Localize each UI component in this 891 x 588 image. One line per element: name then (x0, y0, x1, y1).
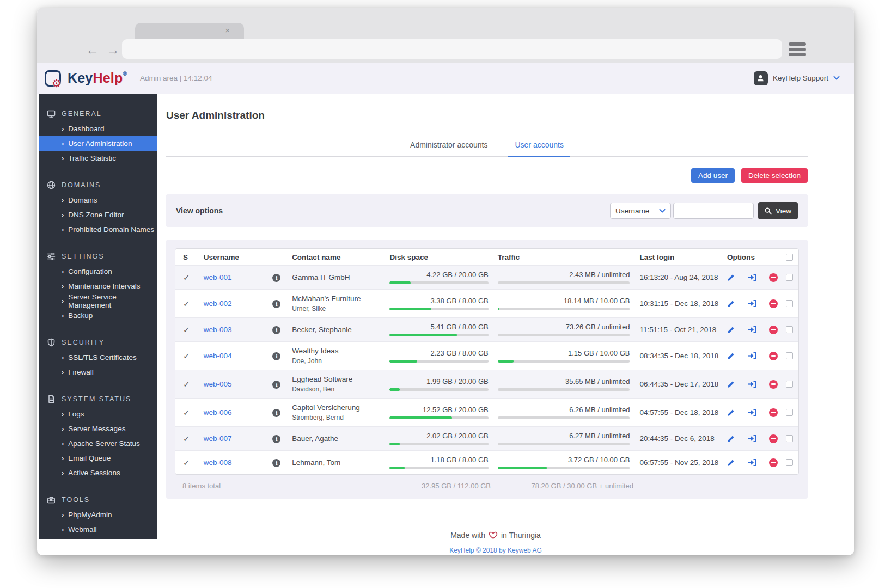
menu-icon[interactable] (789, 42, 806, 56)
edit-icon[interactable] (727, 434, 735, 443)
user-menu[interactable]: KeyHelp Support (754, 71, 840, 85)
add-user-button[interactable]: Add user (691, 168, 735, 183)
disable-user-icon[interactable] (769, 352, 778, 360)
select-all-checkbox[interactable] (786, 254, 793, 261)
sidebar-item-user-administration[interactable]: ›User Administration (39, 136, 157, 151)
sidebar-item-traffic-statistic[interactable]: ›Traffic Statistic (39, 151, 157, 166)
edit-icon[interactable] (727, 380, 735, 388)
sidebar-item-email-queue[interactable]: ›Email Queue (39, 451, 157, 465)
column-header-traffic[interactable]: Traffic (498, 253, 630, 261)
delete-selection-button[interactable]: Delete selection (741, 168, 808, 183)
row-checkbox[interactable] (786, 459, 793, 466)
info-icon[interactable]: i (272, 300, 280, 308)
row-checkbox[interactable] (786, 435, 793, 442)
close-icon[interactable]: × (225, 26, 230, 34)
row-checkbox[interactable] (786, 326, 793, 333)
disable-user-icon[interactable] (769, 299, 778, 308)
sidebar-item-backup[interactable]: ›Backup (39, 308, 157, 323)
search-input[interactable] (673, 203, 754, 219)
edit-icon[interactable] (727, 458, 735, 467)
edit-icon[interactable] (727, 299, 735, 308)
column-header-contact[interactable]: Contact name (292, 253, 389, 261)
sidebar-item-apache-server-status[interactable]: ›Apache Server Status (39, 436, 157, 451)
tab-administrator-accounts[interactable]: Administrator accounts (404, 140, 494, 157)
sidebar-item-phpmyadmin[interactable]: ›PhpMyAdmin (39, 507, 157, 522)
browser-tab[interactable]: × (135, 23, 244, 39)
username-link[interactable]: web-005 (204, 380, 232, 388)
chevron-right-icon: › (62, 425, 64, 433)
username-link[interactable]: web-008 (204, 458, 232, 467)
disable-user-icon[interactable] (769, 273, 778, 282)
sidebar-item-firewall[interactable]: ›Firewall (39, 365, 157, 379)
row-checkbox[interactable] (786, 352, 793, 359)
login-as-user-icon[interactable] (748, 273, 757, 281)
sidebar-item-logs[interactable]: ›Logs (39, 407, 157, 421)
edit-icon[interactable] (727, 326, 735, 334)
filter-select[interactable]: Username (610, 203, 671, 219)
sidebar-item-dashboard[interactable]: ›Dashboard (39, 121, 157, 136)
login-as-user-icon[interactable] (748, 352, 757, 360)
sidebar-item-server-service-management[interactable]: ›Server Service Management (39, 293, 157, 308)
sidebar-item-ssl-tls-certificates[interactable]: ›SSL/TLS Certificates (39, 350, 157, 365)
info-icon[interactable]: i (272, 435, 280, 443)
column-header-last-login[interactable]: Last login (639, 253, 721, 261)
tab-user-accounts[interactable]: User accounts (508, 140, 570, 157)
sidebar-item-configuration[interactable]: ›Configuration (39, 264, 157, 279)
username-link[interactable]: web-003 (204, 326, 232, 334)
disk-space-value: 1.99 GB / 20.00 GB (389, 377, 488, 385)
disable-user-icon[interactable] (769, 380, 778, 389)
column-header-username[interactable]: Username (204, 253, 273, 261)
url-bar[interactable] (122, 39, 782, 59)
column-header-s[interactable]: S (183, 253, 204, 261)
username-link[interactable]: web-006 (204, 408, 232, 416)
login-as-user-icon[interactable] (748, 408, 757, 416)
sidebar-item-server-messages[interactable]: ›Server Messages (39, 421, 157, 436)
forward-icon[interactable]: → (106, 41, 120, 58)
disable-user-icon[interactable] (769, 458, 778, 467)
row-checkbox[interactable] (786, 381, 793, 388)
sidebar-item-dns-zone-editor[interactable]: ›DNS Zone Editor (39, 207, 157, 222)
login-as-user-icon[interactable] (748, 326, 757, 334)
info-icon[interactable]: i (272, 381, 280, 389)
info-icon[interactable]: i (272, 459, 280, 467)
traffic-meter: 18.14 MB / 10.00 GB (498, 297, 630, 310)
disk-space-value: 2.23 GB / 8.00 GB (389, 349, 488, 357)
username-link[interactable]: web-007 (204, 434, 232, 443)
sidebar-item-active-sessions[interactable]: ›Active Sessions (39, 465, 157, 480)
sidebar-section-general: GENERAL›Dashboard›User Administration›Tr… (39, 106, 157, 166)
back-icon[interactable]: ← (86, 41, 99, 58)
column-header-disk[interactable]: Disk space (389, 253, 488, 261)
footer-divider (166, 520, 854, 520)
main-content: User Administration Administrator accoun… (157, 94, 854, 555)
disable-user-icon[interactable] (769, 326, 778, 334)
copyright-link[interactable]: KeyHelp © 2018 by Keyweb AG (175, 547, 816, 554)
disk-space-meter: 4.22 GB / 20.00 GB (389, 271, 488, 284)
username-link[interactable]: web-001 (204, 273, 232, 281)
login-as-user-icon[interactable] (748, 380, 757, 388)
sidebar-item-webmail[interactable]: ›Webmail (39, 522, 157, 537)
login-as-user-icon[interactable] (748, 299, 757, 308)
disable-user-icon[interactable] (769, 434, 778, 443)
view-button[interactable]: View (758, 202, 798, 219)
edit-icon[interactable] (727, 408, 735, 416)
info-icon[interactable]: i (272, 409, 280, 417)
filter-selected-value: Username (615, 207, 649, 215)
row-checkbox[interactable] (786, 300, 793, 307)
info-icon[interactable]: i (272, 274, 280, 282)
info-icon[interactable]: i (272, 326, 280, 334)
username-link[interactable]: web-004 (204, 352, 232, 360)
disable-user-icon[interactable] (769, 408, 778, 417)
login-as-user-icon[interactable] (748, 434, 757, 443)
sidebar-item-prohibited-domain-names[interactable]: ›Prohibited Domain Names (39, 222, 157, 237)
login-as-user-icon[interactable] (748, 458, 757, 467)
sidebar-item-maintenance-intervals[interactable]: ›Maintenance Intervals (39, 279, 157, 293)
keyhelp-logo[interactable]: ⚙ KeyHelp® (45, 70, 127, 87)
edit-icon[interactable] (727, 273, 735, 281)
row-checkbox[interactable] (786, 409, 793, 416)
edit-icon[interactable] (727, 352, 735, 360)
row-checkbox[interactable] (786, 274, 793, 281)
username-link[interactable]: web-002 (204, 299, 232, 308)
info-icon[interactable]: i (272, 352, 280, 360)
sidebar-item-domains[interactable]: ›Domains (39, 193, 157, 207)
sidebar-section-header: GENERAL (39, 106, 157, 121)
